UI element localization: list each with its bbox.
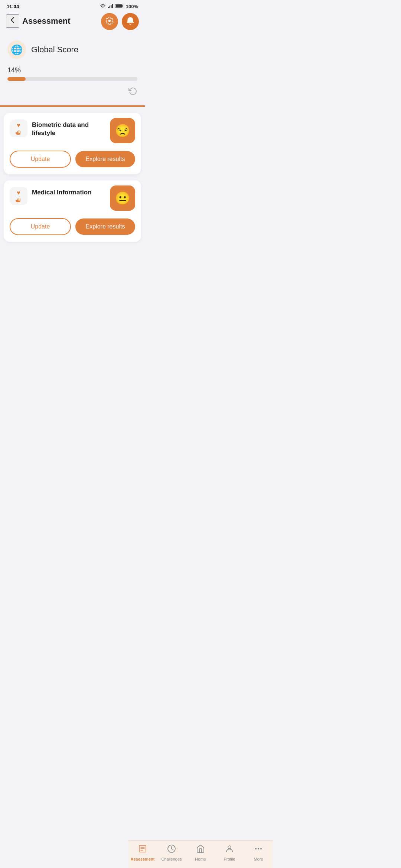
battery-percent: 100% xyxy=(126,4,138,9)
signal-icon xyxy=(108,4,113,9)
medical-emoji-badge: 😐 xyxy=(110,185,135,211)
cards-area: ♥ Biometric data and lifestyle 😒 Update … xyxy=(0,107,145,279)
biometric-card-actions: Update Explore results xyxy=(10,151,135,168)
biometric-explore-button[interactable]: Explore results xyxy=(75,151,135,167)
status-time: 11:34 xyxy=(7,4,19,9)
hand-icon-2 xyxy=(15,197,22,202)
svg-point-6 xyxy=(108,20,111,22)
header-actions xyxy=(101,13,139,30)
notification-button[interactable] xyxy=(122,13,139,30)
history-icon[interactable] xyxy=(128,87,137,98)
back-button[interactable] xyxy=(6,14,19,28)
biometric-emoji: 😒 xyxy=(115,123,130,138)
medical-icon-wrap: ♥ xyxy=(10,187,27,205)
medical-card-top: ♥ Medical Information 😐 xyxy=(10,187,135,211)
svg-rect-5 xyxy=(116,4,122,7)
settings-icon xyxy=(105,17,114,27)
biometric-update-button[interactable]: Update xyxy=(10,151,71,168)
notification-icon xyxy=(126,17,134,27)
settings-button[interactable] xyxy=(101,13,118,30)
medical-card: ♥ Medical Information 😐 Update Explore r… xyxy=(4,180,141,242)
svg-rect-0 xyxy=(108,7,109,8)
biometric-card: ♥ Biometric data and lifestyle 😒 Update … xyxy=(4,113,141,174)
svg-rect-3 xyxy=(112,4,113,8)
medical-icon: ♥ xyxy=(15,190,22,202)
medical-update-button[interactable]: Update xyxy=(10,218,71,235)
heart-icon-2: ♥ xyxy=(17,190,20,196)
biometric-card-title: Biometric data and lifestyle xyxy=(32,119,110,137)
svg-rect-1 xyxy=(109,6,110,9)
history-icon-wrap xyxy=(7,87,137,98)
page-title: Assessment xyxy=(22,16,71,26)
battery-icon xyxy=(115,4,124,9)
medical-explore-button[interactable]: Explore results xyxy=(75,218,135,234)
biometric-icon-wrap: ♥ xyxy=(10,119,27,137)
progress-bar-fill xyxy=(7,77,26,81)
global-score-section: 🌐 Global Score 14% xyxy=(0,32,145,105)
medical-card-info: ♥ Medical Information xyxy=(10,187,110,205)
heart-icon: ♥ xyxy=(17,122,20,129)
medical-emoji: 😐 xyxy=(115,191,130,206)
svg-rect-2 xyxy=(111,5,112,8)
global-score-title: Global Score xyxy=(31,45,78,55)
progress-bar xyxy=(7,77,137,81)
biometric-emoji-badge: 😒 xyxy=(110,118,135,143)
back-icon xyxy=(9,16,17,26)
status-bar: 11:34 100% xyxy=(0,0,145,11)
biometric-card-info: ♥ Biometric data and lifestyle xyxy=(10,119,110,137)
medical-card-actions: Update Explore results xyxy=(10,218,135,235)
status-icons: 100% xyxy=(100,4,138,9)
score-percent: 14% xyxy=(7,66,137,74)
biometric-card-top: ♥ Biometric data and lifestyle 😒 xyxy=(10,119,135,143)
hand-icon xyxy=(15,129,22,135)
globe-emoji: 🌐 xyxy=(11,44,23,56)
wifi-icon xyxy=(100,4,106,9)
globe-icon: 🌐 xyxy=(7,40,26,59)
medical-card-title: Medical Information xyxy=(32,187,92,197)
header: Assessment xyxy=(0,11,145,32)
global-score-header: 🌐 Global Score xyxy=(7,40,137,59)
biometric-icon: ♥ xyxy=(15,122,22,135)
